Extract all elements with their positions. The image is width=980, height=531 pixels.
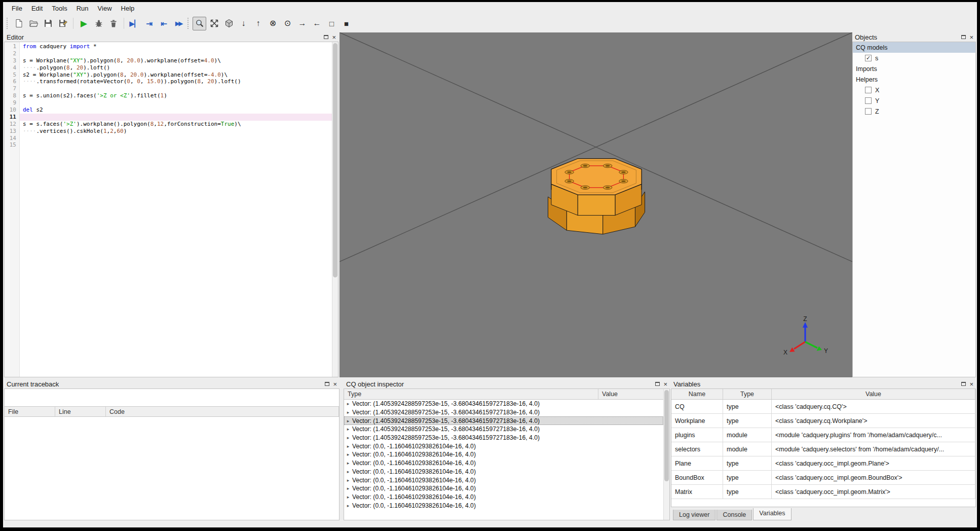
inspector-column-type[interactable]: Type [344, 389, 598, 399]
expander-icon[interactable]: ▸ [344, 478, 352, 483]
inspector-row[interactable]: ▸Vector: (1.4053924288597253e-15, -3.680… [344, 434, 663, 442]
variables-row-matrix[interactable]: Matrixtype<class 'cadquery.occ_impl.geom… [671, 485, 975, 499]
save-button[interactable] [41, 17, 55, 30]
close-panel-icon[interactable]: × [333, 381, 337, 387]
objects-tree-item-z[interactable]: Z [853, 106, 975, 117]
expander-icon[interactable]: ▸ [344, 410, 352, 415]
open-file-button[interactable] [26, 17, 40, 30]
variables-column-value[interactable]: Value [772, 389, 975, 399]
inspector-row[interactable]: ▸Vector: (0.0, -1.1604610293826104e-16, … [344, 501, 663, 510]
objects-tree-item-cq-models[interactable]: CQ models [853, 42, 975, 53]
traceback-panel-titlebar[interactable]: Current traceback × [4, 379, 340, 388]
float-panel-icon[interactable] [325, 382, 329, 386]
float-panel-icon[interactable] [961, 35, 966, 39]
close-panel-icon[interactable]: × [969, 381, 973, 387]
toolbar-handle[interactable] [187, 18, 189, 29]
debug-button[interactable] [92, 17, 105, 30]
menu-item-help[interactable]: Help [117, 3, 139, 14]
expander-icon[interactable]: ▸ [344, 444, 352, 449]
editor-scrollbar[interactable] [332, 42, 338, 377]
menu-item-tools[interactable]: Tools [47, 3, 71, 14]
toolbar-handle[interactable] [7, 18, 8, 29]
visibility-checkbox[interactable] [865, 97, 872, 104]
fit-all-button[interactable] [207, 17, 221, 30]
variables-row-plane[interactable]: Planetype<class 'cadquery.occ_impl.geom.… [671, 456, 975, 471]
float-panel-icon[interactable] [324, 35, 328, 39]
view-up-button[interactable]: ↑ [251, 17, 265, 30]
iso-view-button[interactable] [222, 17, 236, 30]
inspector-row[interactable]: ▸Vector: (0.0, -1.1604610293826104e-16, … [344, 450, 663, 459]
variables-column-name[interactable]: Name [671, 389, 723, 399]
float-panel-icon[interactable] [655, 382, 660, 386]
inspector-panel-titlebar[interactable]: CQ object inspector × [344, 379, 670, 388]
expander-icon[interactable]: ▸ [344, 427, 352, 432]
editor-scrollbar-thumb[interactable] [333, 43, 337, 277]
code-editor[interactable]: 1from cadquery import *23s = Workplane("… [4, 42, 338, 377]
inspector-row[interactable]: ▸Vector: (0.0, -1.1604610293826104e-16, … [344, 493, 663, 502]
cad-model[interactable] [542, 145, 651, 245]
editor-panel-titlebar[interactable]: Editor × [4, 32, 338, 42]
expander-icon[interactable]: ▸ [344, 418, 352, 423]
traceback-column-code[interactable]: Code [106, 407, 339, 416]
expander-icon[interactable]: ▸ [344, 503, 352, 508]
inspector-row[interactable]: ▸Vector: (0.0, -1.1604610293826104e-16, … [344, 442, 663, 450]
objects-tree-item-y[interactable]: Y [853, 95, 975, 106]
menu-item-file[interactable]: File [7, 3, 27, 14]
inspector-row[interactable]: ▸Vector: (0.0, -1.1604610293826104e-16, … [344, 476, 663, 484]
inspector-row[interactable]: ▸Vector: (0.0, -1.1604610293826104e-16, … [344, 459, 663, 468]
objects-panel-titlebar[interactable]: Objects × [852, 32, 976, 42]
tab-variables[interactable]: Variables [753, 508, 791, 520]
step-return-button[interactable]: ⇤ [157, 17, 171, 30]
inspector-row[interactable]: ▸Vector: (0.0, -1.1604610293826104e-16, … [344, 484, 663, 493]
expander-icon[interactable]: ▸ [344, 469, 352, 474]
delete-button[interactable] [106, 17, 120, 30]
expander-icon[interactable]: ▸ [344, 494, 352, 500]
inspector-row[interactable]: ▸Vector: (1.4053924288597253e-15, -3.680… [344, 408, 663, 417]
objects-tree-item-imports[interactable]: Imports [853, 63, 975, 74]
inspector-scrollbar[interactable] [663, 389, 669, 520]
variables-row-selectors[interactable]: selectorsmodule<module 'cadquery.selecto… [671, 442, 975, 456]
visibility-checkbox[interactable] [865, 87, 872, 93]
variables-row-workplane[interactable]: Workplanetype<class 'cadquery.cq.Workpla… [671, 414, 975, 428]
step-into-button[interactable]: ⇥ [142, 17, 156, 30]
traceback-column-file[interactable]: File [5, 407, 55, 416]
close-panel-icon[interactable]: × [663, 381, 667, 387]
inspector-column-value[interactable]: Value [598, 389, 669, 399]
inspector-row[interactable]: ▸Vector: (1.4053924288597253e-15, -3.680… [344, 416, 663, 425]
variables-panel-titlebar[interactable]: Variables × [671, 379, 976, 388]
menu-item-view[interactable]: View [93, 3, 117, 14]
zoom-fit-button[interactable] [193, 17, 206, 30]
variables-row-boundbox[interactable]: BoundBoxtype<class 'cadquery.occ_impl.ge… [671, 471, 975, 485]
3d-viewport[interactable]: Z X Y [340, 32, 852, 377]
float-panel-icon[interactable] [961, 382, 966, 386]
close-panel-icon[interactable]: × [969, 34, 973, 41]
inspector-row[interactable]: ▸Vector: (0.0, -1.1604610293826104e-16, … [344, 468, 663, 476]
objects-tree-item-helpers[interactable]: Helpers [853, 74, 975, 85]
view-outof-button[interactable]: ⊙ [281, 17, 294, 30]
inspector-row[interactable]: ▸Vector: (1.4053924288597253e-15, -3.680… [344, 425, 663, 434]
tab-log-viewer[interactable]: Log viewer [673, 510, 715, 520]
visibility-checkbox[interactable]: ✓ [865, 55, 872, 61]
expander-icon[interactable]: ▸ [344, 435, 352, 440]
wireframe-button[interactable]: □ [325, 17, 338, 30]
objects-tree-item-s[interactable]: ✓s [853, 53, 975, 63]
tab-console[interactable]: Console [717, 510, 752, 520]
view-down-button[interactable]: ↓ [237, 17, 250, 30]
variables-row-cq[interactable]: CQtype<class 'cadquery.cq.CQ'> [671, 400, 975, 414]
variables-row-plugins[interactable]: pluginsmodule<module 'cadquery.plugins' … [671, 428, 975, 442]
save-as-button[interactable] [56, 17, 69, 30]
objects-tree-item-x[interactable]: X [853, 85, 975, 95]
new-file-button[interactable] [12, 17, 25, 30]
expander-icon[interactable]: ▸ [344, 461, 352, 466]
menu-item-edit[interactable]: Edit [27, 3, 47, 14]
view-right-button[interactable]: → [295, 17, 309, 30]
render-button[interactable]: ▶ [77, 17, 91, 30]
shaded-button[interactable]: ■ [340, 17, 353, 30]
traceback-column-line[interactable]: Line [55, 407, 106, 416]
expander-icon[interactable]: ▸ [344, 452, 352, 457]
visibility-checkbox[interactable] [865, 108, 872, 115]
inspector-scrollbar-thumb[interactable] [664, 390, 669, 481]
variables-column-type[interactable]: Type [723, 389, 772, 399]
view-into-button[interactable]: ⊗ [266, 17, 280, 30]
continue-button[interactable]: ▶▶ [172, 17, 185, 30]
